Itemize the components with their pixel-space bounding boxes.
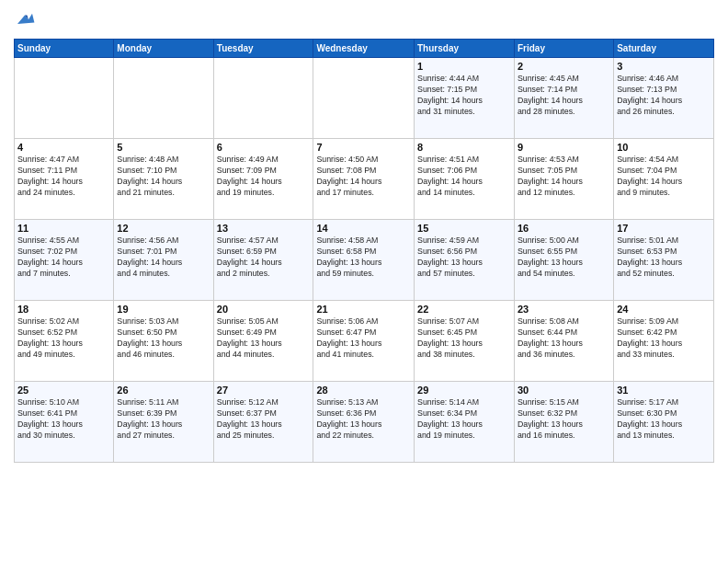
day-cell: 21Sunrise: 5:06 AMSunset: 6:47 PMDayligh… [313, 301, 415, 382]
day-cell: 29Sunrise: 5:14 AMSunset: 6:34 PMDayligh… [415, 382, 515, 463]
day-cell: 30Sunrise: 5:15 AMSunset: 6:32 PMDayligh… [514, 382, 613, 463]
day-info: Sunrise: 4:54 AMSunset: 7:04 PMDaylight:… [617, 155, 711, 199]
day-info: Sunrise: 4:47 AMSunset: 7:11 PMDaylight:… [17, 155, 110, 199]
day-cell: 26Sunrise: 5:11 AMSunset: 6:39 PMDayligh… [114, 382, 213, 463]
day-cell: 10Sunrise: 4:54 AMSunset: 7:04 PMDayligh… [614, 139, 714, 220]
day-number: 28 [316, 385, 411, 396]
day-cell: 15Sunrise: 4:59 AMSunset: 6:56 PMDayligh… [415, 220, 515, 301]
day-number: 24 [617, 304, 711, 315]
day-info: Sunrise: 5:03 AMSunset: 6:50 PMDaylight:… [117, 316, 210, 361]
day-cell [15, 58, 114, 139]
day-number: 1 [417, 61, 511, 72]
day-cell: 17Sunrise: 5:01 AMSunset: 6:53 PMDayligh… [614, 220, 714, 301]
day-cell: 28Sunrise: 5:13 AMSunset: 6:36 PMDayligh… [313, 382, 415, 463]
day-info: Sunrise: 5:12 AMSunset: 6:37 PMDaylight:… [217, 397, 311, 442]
calendar: SundayMondayTuesdayWednesdayThursdayFrid… [14, 39, 714, 463]
day-info: Sunrise: 4:44 AMSunset: 7:15 PMDaylight:… [417, 74, 511, 118]
day-cell: 4Sunrise: 4:47 AMSunset: 7:11 PMDaylight… [15, 139, 114, 220]
day-info: Sunrise: 5:13 AMSunset: 6:36 PMDaylight:… [316, 397, 411, 442]
day-info: Sunrise: 5:11 AMSunset: 6:39 PMDaylight:… [117, 397, 210, 442]
day-info: Sunrise: 5:17 AMSunset: 6:30 PMDaylight:… [617, 397, 711, 442]
day-cell [114, 58, 213, 139]
day-cell: 3Sunrise: 4:46 AMSunset: 7:13 PMDaylight… [614, 58, 714, 139]
day-cell [213, 58, 313, 139]
day-cell: 1Sunrise: 4:44 AMSunset: 7:15 PMDaylight… [415, 58, 515, 139]
weekday-friday: Friday [514, 40, 613, 58]
day-info: Sunrise: 4:53 AMSunset: 7:05 PMDaylight:… [518, 155, 610, 199]
day-cell: 23Sunrise: 5:08 AMSunset: 6:44 PMDayligh… [514, 301, 613, 382]
week-row-1: 1Sunrise: 4:44 AMSunset: 7:15 PMDaylight… [15, 58, 714, 139]
header [14, 9, 714, 31]
day-number: 12 [117, 223, 210, 234]
day-cell: 12Sunrise: 4:56 AMSunset: 7:01 PMDayligh… [114, 220, 213, 301]
day-cell: 8Sunrise: 4:51 AMSunset: 7:06 PMDaylight… [415, 139, 515, 220]
day-number: 21 [316, 304, 411, 315]
day-cell: 25Sunrise: 5:10 AMSunset: 6:41 PMDayligh… [15, 382, 114, 463]
day-info: Sunrise: 5:14 AMSunset: 6:34 PMDaylight:… [417, 397, 511, 442]
week-row-4: 18Sunrise: 5:02 AMSunset: 6:52 PMDayligh… [15, 301, 714, 382]
day-number: 13 [217, 223, 311, 234]
day-number: 19 [117, 304, 210, 315]
day-cell: 13Sunrise: 4:57 AMSunset: 6:59 PMDayligh… [213, 220, 313, 301]
day-number: 31 [617, 385, 711, 396]
day-info: Sunrise: 4:46 AMSunset: 7:13 PMDaylight:… [617, 74, 711, 118]
day-number: 8 [417, 142, 511, 153]
weekday-saturday: Saturday [614, 40, 714, 58]
day-info: Sunrise: 4:59 AMSunset: 6:56 PMDaylight:… [417, 236, 511, 280]
day-info: Sunrise: 4:48 AMSunset: 7:10 PMDaylight:… [117, 155, 210, 199]
logo [14, 9, 38, 31]
day-cell: 24Sunrise: 5:09 AMSunset: 6:42 PMDayligh… [614, 301, 714, 382]
day-info: Sunrise: 5:09 AMSunset: 6:42 PMDaylight:… [617, 316, 711, 361]
day-number: 4 [17, 142, 110, 153]
day-number: 5 [117, 142, 210, 153]
day-info: Sunrise: 4:57 AMSunset: 6:59 PMDaylight:… [217, 236, 311, 280]
day-info: Sunrise: 5:10 AMSunset: 6:41 PMDaylight:… [17, 397, 110, 442]
logo-icon [14, 9, 36, 31]
day-info: Sunrise: 4:50 AMSunset: 7:08 PMDaylight:… [316, 155, 411, 199]
day-info: Sunrise: 5:15 AMSunset: 6:32 PMDaylight:… [518, 397, 610, 442]
day-info: Sunrise: 4:58 AMSunset: 6:58 PMDaylight:… [316, 236, 411, 280]
weekday-sunday: Sunday [15, 40, 114, 58]
day-number: 14 [316, 223, 411, 234]
day-cell: 11Sunrise: 4:55 AMSunset: 7:02 PMDayligh… [15, 220, 114, 301]
weekday-header-row: SundayMondayTuesdayWednesdayThursdayFrid… [15, 40, 714, 58]
day-cell: 5Sunrise: 4:48 AMSunset: 7:10 PMDaylight… [114, 139, 213, 220]
day-number: 23 [518, 304, 610, 315]
weekday-wednesday: Wednesday [313, 40, 415, 58]
day-number: 9 [518, 142, 610, 153]
day-cell: 16Sunrise: 5:00 AMSunset: 6:55 PMDayligh… [514, 220, 613, 301]
calendar-body: 1Sunrise: 4:44 AMSunset: 7:15 PMDaylight… [15, 58, 714, 463]
day-cell [313, 58, 415, 139]
page: SundayMondayTuesdayWednesdayThursdayFrid… [0, 0, 728, 563]
day-cell: 6Sunrise: 4:49 AMSunset: 7:09 PMDaylight… [213, 139, 313, 220]
day-number: 29 [417, 385, 511, 396]
day-cell: 2Sunrise: 4:45 AMSunset: 7:14 PMDaylight… [514, 58, 613, 139]
day-cell: 14Sunrise: 4:58 AMSunset: 6:58 PMDayligh… [313, 220, 415, 301]
day-cell: 9Sunrise: 4:53 AMSunset: 7:05 PMDaylight… [514, 139, 613, 220]
day-info: Sunrise: 5:05 AMSunset: 6:49 PMDaylight:… [217, 316, 311, 361]
day-cell: 19Sunrise: 5:03 AMSunset: 6:50 PMDayligh… [114, 301, 213, 382]
day-number: 15 [417, 223, 511, 234]
week-row-2: 4Sunrise: 4:47 AMSunset: 7:11 PMDaylight… [15, 139, 714, 220]
day-info: Sunrise: 5:07 AMSunset: 6:45 PMDaylight:… [417, 316, 511, 361]
day-number: 6 [217, 142, 311, 153]
day-info: Sunrise: 5:01 AMSunset: 6:53 PMDaylight:… [617, 236, 711, 280]
day-info: Sunrise: 5:02 AMSunset: 6:52 PMDaylight:… [17, 316, 110, 361]
weekday-monday: Monday [114, 40, 213, 58]
weekday-thursday: Thursday [415, 40, 515, 58]
week-row-3: 11Sunrise: 4:55 AMSunset: 7:02 PMDayligh… [15, 220, 714, 301]
day-info: Sunrise: 5:08 AMSunset: 6:44 PMDaylight:… [518, 316, 610, 361]
day-number: 10 [617, 142, 711, 153]
day-number: 22 [417, 304, 511, 315]
day-info: Sunrise: 5:06 AMSunset: 6:47 PMDaylight:… [316, 316, 411, 361]
day-number: 18 [17, 304, 110, 315]
day-info: Sunrise: 4:56 AMSunset: 7:01 PMDaylight:… [117, 236, 210, 280]
day-info: Sunrise: 5:00 AMSunset: 6:55 PMDaylight:… [518, 236, 610, 280]
week-row-5: 25Sunrise: 5:10 AMSunset: 6:41 PMDayligh… [15, 382, 714, 463]
day-number: 17 [617, 223, 711, 234]
day-number: 7 [316, 142, 411, 153]
day-info: Sunrise: 4:51 AMSunset: 7:06 PMDaylight:… [417, 155, 511, 199]
day-info: Sunrise: 4:49 AMSunset: 7:09 PMDaylight:… [217, 155, 311, 199]
day-number: 3 [617, 61, 711, 72]
day-number: 26 [117, 385, 210, 396]
